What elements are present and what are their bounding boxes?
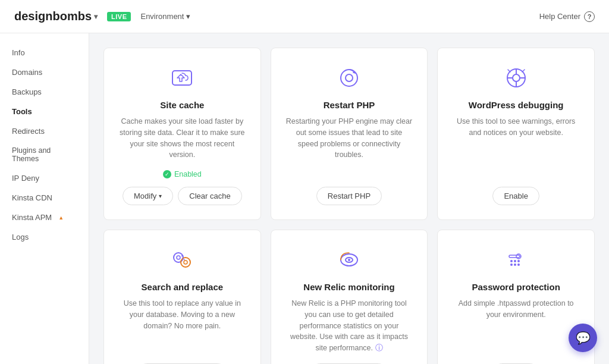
restart-php-button[interactable]: Restart PHP: [316, 187, 382, 205]
svg-point-18: [510, 260, 513, 262]
wp-debugging-actions: Enable: [492, 187, 539, 205]
new-relic-icon: [336, 247, 362, 275]
svg-point-19: [514, 260, 516, 262]
svg-point-23: [517, 263, 520, 266]
search-replace-desc: Use this tool to replace any value in yo…: [118, 298, 246, 354]
sidebar-item-backups[interactable]: Backups: [0, 82, 89, 102]
svg-point-17: [516, 254, 521, 259]
help-icon: ?: [584, 11, 595, 22]
sidebar-item-plugins-and-themes[interactable]: Plugins and Themes: [0, 141, 89, 168]
site-cache-desc: Cache makes your site load faster by sto…: [118, 116, 246, 161]
main-content: Site cache Cache makes your site load fa…: [89, 33, 609, 364]
new-relic-info-icon[interactable]: ⓘ: [375, 344, 383, 352]
brand-chevron: ▾: [94, 12, 98, 21]
wp-debugging-desc: Use this tool to see warnings, errors an…: [452, 116, 580, 177]
svg-point-4: [513, 74, 520, 81]
env-label: Environment: [140, 12, 184, 21]
topbar: designbombs ▾ LIVE Environment ▾ Help Ce…: [0, 0, 609, 33]
sidebar-item-logs[interactable]: Logs: [0, 227, 89, 247]
clear-cache-button[interactable]: Clear cache: [178, 187, 241, 205]
layout: Info Domains Backups Tools Redirects Plu…: [0, 33, 609, 364]
wp-debugging-icon: [503, 65, 529, 93]
wp-debugging-title: WordPress debugging: [469, 100, 564, 110]
brand[interactable]: designbombs ▾: [14, 10, 98, 23]
restart-php-actions: Restart PHP: [316, 187, 382, 205]
restart-php-title: Restart PHP: [324, 100, 375, 110]
svg-point-2: [346, 74, 353, 81]
live-badge: LIVE: [107, 12, 131, 21]
enabled-dot: [163, 170, 171, 178]
chat-button[interactable]: 💬: [569, 324, 597, 352]
modify-button[interactable]: Modify ▾: [123, 187, 173, 205]
chat-icon: 💬: [576, 331, 591, 345]
tool-card-wp-debugging: WordPress debugging Use this tool to see…: [437, 48, 595, 220]
password-protection-icon: [503, 247, 529, 275]
enabled-badge: Enabled: [163, 170, 202, 178]
sidebar-item-ip-deny[interactable]: IP Deny: [0, 168, 89, 188]
site-cache-title: Site cache: [160, 100, 204, 110]
sidebar-item-redirects[interactable]: Redirects: [0, 121, 89, 141]
site-cache-actions: Modify ▾ Clear cache: [123, 187, 242, 205]
svg-point-12: [184, 261, 187, 264]
tools-grid: Site cache Cache makes your site load fa…: [103, 48, 595, 364]
sidebar-item-domains[interactable]: Domains: [0, 62, 89, 82]
sidebar: Info Domains Backups Tools Redirects Plu…: [0, 33, 89, 364]
topbar-left: designbombs ▾ LIVE Environment ▾: [14, 10, 190, 23]
svg-point-15: [348, 259, 350, 261]
svg-point-11: [177, 256, 180, 259]
enabled-label: Enabled: [174, 170, 202, 178]
svg-point-10: [181, 258, 190, 267]
tool-card-restart-php: Restart PHP Restarting your PHP engine m…: [271, 48, 428, 220]
help-center-label: Help Center: [539, 12, 580, 21]
new-relic-desc: New Relic is a PHP monitoring tool you c…: [285, 298, 413, 354]
password-protection-desc: Add simple .htpasswd protection to your …: [452, 298, 580, 354]
brand-name: designbombs: [14, 10, 92, 23]
sidebar-item-kinsta-cdn[interactable]: Kinsta CDN: [0, 188, 89, 208]
restart-php-icon: [336, 65, 362, 93]
tool-card-site-cache: Site cache Cache makes your site load fa…: [103, 48, 261, 220]
sidebar-item-info[interactable]: Info: [0, 43, 89, 62]
modify-chevron: ▾: [159, 193, 162, 199]
svg-rect-16: [509, 255, 520, 258]
password-protection-title: Password protection: [472, 282, 560, 292]
tool-card-search-replace: Search and replace Use this tool to repl…: [103, 230, 261, 364]
search-replace-icon: [169, 247, 195, 275]
env-selector[interactable]: Environment ▾: [140, 12, 190, 21]
enable-debugging-button[interactable]: Enable: [492, 187, 539, 205]
sidebar-item-kinsta-apm[interactable]: Kinsta APM ▲: [0, 208, 89, 227]
help-center[interactable]: Help Center ?: [539, 11, 595, 22]
svg-point-20: [517, 260, 520, 262]
env-chevron: ▾: [186, 12, 190, 21]
search-replace-title: Search and replace: [142, 282, 224, 292]
svg-point-22: [514, 263, 516, 266]
tool-card-new-relic: New Relic monitoring New Relic is a PHP …: [271, 230, 428, 364]
svg-point-21: [510, 263, 513, 266]
restart-php-desc: Restarting your PHP engine may clear out…: [285, 116, 413, 177]
site-cache-icon: [169, 65, 195, 93]
new-relic-title: New Relic monitoring: [303, 282, 394, 292]
svg-point-9: [174, 253, 183, 262]
sidebar-item-tools[interactable]: Tools: [0, 102, 89, 121]
